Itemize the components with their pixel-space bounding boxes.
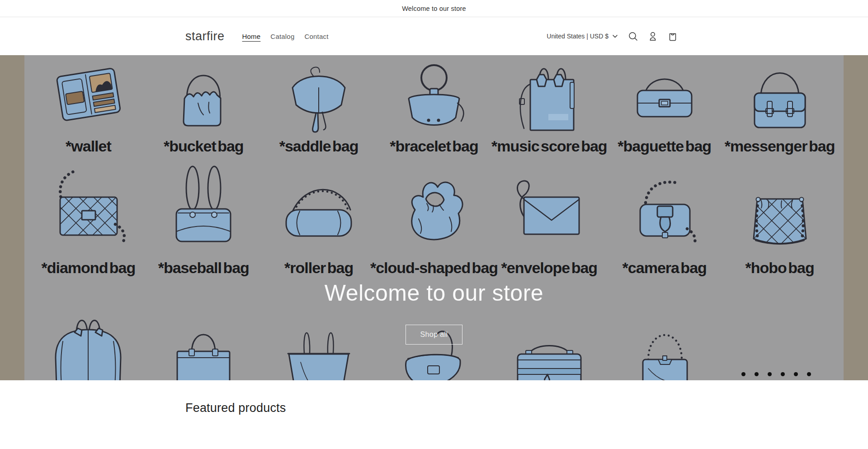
bag-item: *diamond bag bbox=[31, 156, 146, 275]
site-header: starfire Home Catalog Contact United Sta… bbox=[0, 17, 868, 55]
bag-item: *cloud-shaped bag bbox=[377, 156, 492, 275]
bag-label: *music score bag bbox=[491, 138, 607, 154]
account-button[interactable] bbox=[643, 26, 663, 46]
hobo-bag-illustration bbox=[735, 156, 825, 257]
bag-item: *baguette bag bbox=[607, 60, 722, 154]
cloud-shaped-bag-illustration bbox=[389, 156, 479, 257]
bag-label: *envelope bag bbox=[501, 260, 598, 275]
bag-item: *bucket bag bbox=[146, 60, 261, 154]
cart-button[interactable] bbox=[663, 26, 683, 46]
bag-label: *saddle bag bbox=[279, 138, 359, 154]
bag-item: *roller bag bbox=[261, 156, 377, 275]
bag-item: *wallet bbox=[31, 60, 146, 154]
slide-dot[interactable] bbox=[807, 372, 811, 376]
bag-label: *messenger bag bbox=[725, 138, 835, 154]
bag-label: *bucket bag bbox=[164, 138, 244, 154]
nav-link-catalog[interactable]: Catalog bbox=[265, 33, 299, 40]
bag-row-2: *diamond bag *baseball bag bbox=[24, 156, 844, 275]
bag-label: *roller bag bbox=[284, 260, 353, 275]
hero-overlay: Welcome to our store Shop all bbox=[24, 279, 844, 345]
bag-label: *bracelet bag bbox=[390, 138, 478, 154]
bag-label: *diamond bag bbox=[42, 260, 136, 275]
slide-dot[interactable] bbox=[741, 372, 745, 376]
wallet-illustration bbox=[43, 60, 133, 136]
hero-slide-image: *wallet *bucket bag *saddle bag bbox=[24, 55, 844, 380]
header-actions: United States | USD $ bbox=[547, 26, 683, 46]
camera-bag-illustration bbox=[619, 156, 710, 257]
slide-dots bbox=[741, 372, 811, 376]
announcement-bar: Welcome to our store bbox=[0, 0, 868, 17]
bag-row-1: *wallet *bucket bag *saddle bag bbox=[24, 60, 844, 154]
slide-dot[interactable] bbox=[781, 372, 785, 376]
bag-item: *bracelet bag bbox=[377, 60, 492, 154]
bag-item: *music score bag bbox=[491, 60, 607, 154]
baguette-bag-illustration bbox=[619, 60, 710, 136]
slide-dot[interactable] bbox=[768, 372, 772, 376]
diamond-bag-illustration bbox=[43, 156, 133, 257]
music-score-bag-illustration bbox=[504, 60, 594, 136]
bag-label: *baguette bag bbox=[618, 138, 711, 154]
slide-dot[interactable] bbox=[794, 372, 798, 376]
search-button[interactable] bbox=[623, 26, 643, 46]
bag-label: *cloud-shaped bag bbox=[370, 260, 498, 275]
messenger-bag-illustration bbox=[735, 60, 825, 136]
bag-label: *baseball bag bbox=[158, 260, 249, 275]
featured-products-section: Featured products bbox=[185, 380, 683, 415]
bag-item: *camera bag bbox=[607, 156, 722, 275]
saddle-bag-illustration bbox=[274, 60, 364, 136]
shop-all-button[interactable]: Shop all bbox=[406, 325, 462, 345]
locale-label: United States | USD $ bbox=[547, 33, 609, 40]
nav-link-home[interactable]: Home bbox=[237, 33, 266, 40]
bag-label: *hobo bag bbox=[745, 260, 814, 275]
account-icon bbox=[648, 31, 658, 41]
bracelet-bag-illustration bbox=[389, 60, 479, 136]
bag-item: *hobo bag bbox=[722, 156, 837, 275]
chevron-down-icon bbox=[613, 35, 618, 38]
bag-item: *messenger bag bbox=[722, 60, 837, 154]
bag-item: *baseball bag bbox=[146, 156, 261, 275]
header-inner: starfire Home Catalog Contact United Sta… bbox=[185, 26, 683, 46]
locale-selector[interactable]: United States | USD $ bbox=[547, 33, 618, 40]
bag-item: *saddle bag bbox=[261, 60, 377, 154]
hero-slideshow: *wallet *bucket bag *saddle bag bbox=[0, 55, 868, 380]
hero-heading: Welcome to our store bbox=[24, 279, 844, 307]
cart-icon bbox=[668, 31, 678, 41]
bag-label: *camera bag bbox=[623, 260, 707, 275]
envelope-bag-illustration bbox=[504, 156, 594, 257]
announcement-text: Welcome to our store bbox=[402, 5, 466, 12]
bucket-bag-illustration bbox=[158, 60, 249, 136]
search-icon bbox=[628, 31, 638, 41]
main-nav: Home Catalog Contact bbox=[237, 33, 334, 40]
nav-link-contact[interactable]: Contact bbox=[299, 33, 333, 40]
baseball-bag-illustration bbox=[158, 156, 249, 257]
bag-label: *wallet bbox=[66, 138, 111, 154]
roller-bag-illustration bbox=[274, 156, 364, 257]
slide-dot[interactable] bbox=[755, 372, 759, 376]
store-logo[interactable]: starfire bbox=[185, 29, 225, 43]
bag-item: *envelope bag bbox=[491, 156, 607, 275]
featured-products-heading: Featured products bbox=[185, 401, 683, 415]
